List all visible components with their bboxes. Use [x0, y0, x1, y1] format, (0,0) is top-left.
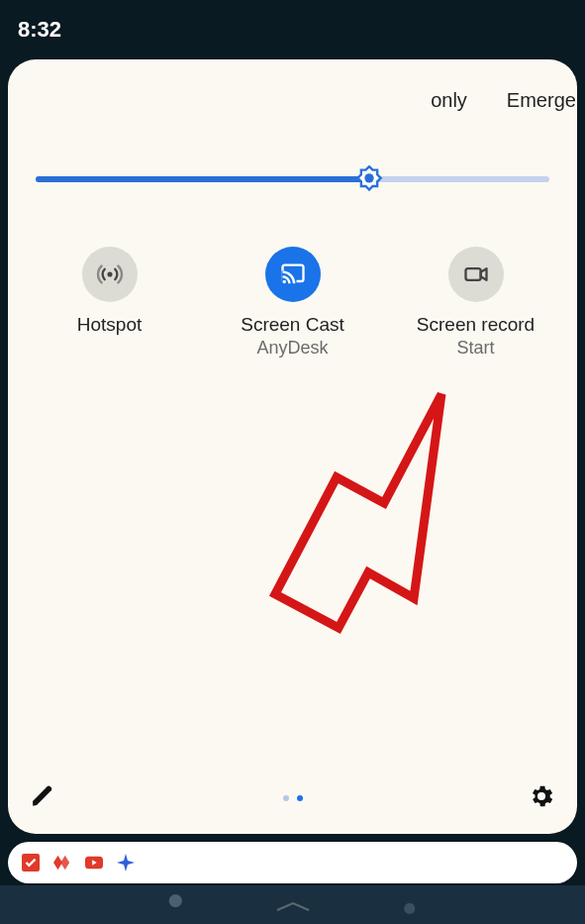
- pencil-icon: [30, 783, 55, 809]
- annotation-arrow: [265, 386, 493, 654]
- tile-hotspot[interactable]: Hotspot: [18, 247, 201, 359]
- tile-cast-labels: Screen Cast AnyDesk: [241, 314, 344, 359]
- tile-cast-icon-bg: [265, 247, 321, 302]
- qs-footer: [8, 776, 577, 824]
- qs-top-row: only Emergen: [8, 83, 577, 112]
- notif-sparkle-icon: [117, 854, 135, 872]
- tile-record-sub: Start: [417, 338, 535, 359]
- tile-cast-label: Screen Cast: [241, 314, 344, 336]
- notification-bar[interactable]: [8, 842, 577, 883]
- videocam-icon: [462, 260, 490, 288]
- qs-tiles-row: Hotspot Screen Cast AnyDesk: [8, 247, 577, 359]
- brightness-fill: [36, 176, 369, 182]
- svg-rect-7: [465, 268, 480, 280]
- status-time: 8:32: [18, 17, 61, 43]
- svg-point-1: [365, 173, 374, 182]
- qs-top-text-only[interactable]: only: [431, 89, 467, 112]
- tile-screen-cast[interactable]: Screen Cast AnyDesk: [201, 247, 384, 359]
- notif-anydesk-icon: [53, 854, 71, 872]
- brightness-slider[interactable]: [36, 159, 549, 199]
- notif-todo-icon: [22, 854, 40, 872]
- tile-record-label: Screen record: [417, 314, 535, 336]
- tile-cast-sub: AnyDesk: [241, 338, 344, 359]
- tile-hotspot-label: Hotspot: [77, 314, 142, 336]
- settings-button[interactable]: [528, 782, 555, 814]
- tile-hotspot-labels: Hotspot: [77, 314, 142, 338]
- brightness-icon: [355, 165, 383, 193]
- cast-icon: [279, 260, 307, 288]
- tile-hotspot-icon-bg: [82, 247, 138, 302]
- tile-record-icon-bg: [448, 247, 504, 302]
- nav-handle[interactable]: [273, 898, 313, 916]
- gear-icon: [528, 782, 555, 810]
- page-dot: [283, 795, 289, 801]
- brightness-thumb[interactable]: [355, 165, 383, 193]
- tile-record-labels: Screen record Start: [417, 314, 535, 359]
- status-bar: 8:32: [0, 0, 585, 59]
- edit-button[interactable]: [30, 783, 55, 813]
- hotspot-icon: [96, 260, 124, 288]
- notif-youtube-icon: [85, 854, 103, 872]
- qs-top-text-emergency[interactable]: Emergen: [507, 89, 577, 112]
- chevron-up-icon: [273, 900, 313, 912]
- tile-screen-record[interactable]: Screen record Start: [384, 247, 567, 359]
- svg-point-6: [282, 280, 286, 284]
- quick-settings-panel: only Emergen Hotspot: [8, 59, 577, 834]
- svg-point-2: [107, 271, 112, 276]
- page-indicator: [8, 795, 577, 801]
- page-dot-active: [297, 795, 303, 801]
